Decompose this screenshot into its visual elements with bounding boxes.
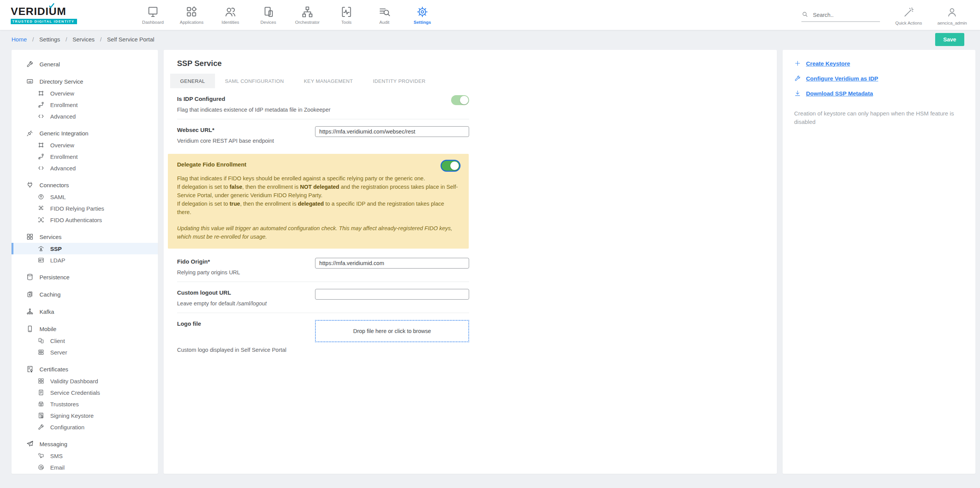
user-menu[interactable]: aencica_admin — [937, 7, 967, 25]
delegate-fido-warning-panel: Delegate Fido Enrollment Flag that indic… — [168, 154, 469, 249]
nodes-icon — [38, 142, 44, 148]
sidebar-item-ssp[interactable]: SSP — [11, 243, 158, 254]
sidebar-item-email[interactable]: Email — [11, 462, 158, 473]
nav-item-audit[interactable]: Audit — [373, 5, 396, 25]
sidebar-item-advanced[interactable]: Advanced — [11, 162, 158, 174]
sidebar-item-caching[interactable]: Caching — [11, 288, 158, 300]
wrench-icon — [26, 60, 34, 68]
nav-item-applications[interactable]: Applications — [180, 5, 204, 25]
sidebar-item-client[interactable]: Client — [11, 335, 158, 346]
nav-item-tools[interactable]: Tools — [335, 5, 358, 25]
plug-icon — [26, 181, 34, 189]
doc-lines-icon — [38, 389, 44, 396]
sidebar-item-general[interactable]: General — [11, 58, 158, 70]
sidebar-item-fido-relying-parties[interactable]: FIDO Relying Parties — [11, 203, 158, 214]
tab-general[interactable]: GENERAL — [170, 74, 215, 88]
custom-logout-url-input[interactable] — [315, 289, 469, 300]
id-card-icon — [38, 257, 44, 264]
ad-badge-icon: AD — [26, 77, 34, 85]
audit-icon — [378, 5, 391, 18]
tab-key-management[interactable]: KEY MANAGEMENT — [294, 74, 363, 88]
page-title: SSP Service — [177, 58, 777, 68]
sidebar-item-persistence[interactable]: Persistence — [11, 271, 158, 283]
at-icon — [38, 464, 44, 471]
sidebar-item-certificates[interactable]: Certificates — [11, 363, 158, 375]
sidebar-item-ldap[interactable]: LDAP — [11, 254, 158, 266]
user-icon — [946, 7, 958, 20]
sidebar-item-enrollment[interactable]: Enrollment — [11, 99, 158, 110]
nav-item-orchestrator[interactable]: Orchestrator — [295, 5, 320, 25]
tools-icon — [340, 5, 353, 18]
devices-icon — [262, 5, 275, 18]
brand-tagline: TRUSTED DIGITAL IDENTITY — [11, 19, 77, 25]
breadcrumb-row: Home / Settings / Services / Self Servic… — [0, 30, 980, 50]
breadcrumb-home[interactable]: Home — [11, 36, 27, 43]
websec-url-input[interactable] — [315, 126, 469, 137]
field-label: Is IDP Configured — [177, 95, 330, 103]
sidebar-item-overview[interactable]: Overview — [11, 139, 158, 151]
sidebar-item-directory-service[interactable]: AD Directory Service — [11, 75, 158, 87]
action-configure-veridium-as-idp[interactable]: Configure Veridium as IDP — [794, 75, 964, 82]
is-idp-configured-toggle[interactable] — [451, 95, 469, 105]
quick-actions-button[interactable]: Quick Actions — [895, 7, 922, 25]
gear-icon — [416, 5, 429, 18]
username: aencica_admin — [937, 21, 967, 25]
devices-small-icon — [38, 337, 44, 344]
delegate-fido-toggle[interactable] — [442, 161, 460, 171]
sidebar-item-services[interactable]: Services — [11, 231, 158, 243]
save-button[interactable]: Save — [935, 33, 964, 46]
delegate-line-3: If delegation is set to true, then the e… — [177, 199, 460, 216]
flow-icon — [38, 153, 44, 160]
field-logo-file: Logo file Drop file here or click to bro… — [177, 313, 469, 344]
grid-icon — [26, 233, 34, 241]
sidebar-item-sms[interactable]: SMS — [11, 450, 158, 462]
download-icon — [794, 90, 801, 97]
veridium-logo[interactable]: VERIDIUM TRUSTED DIGITAL IDENTITY — [11, 6, 99, 24]
logo-file-dropzone[interactable]: Drop file here or click to browse — [315, 320, 469, 342]
field-custom-logout-url: Custom logout URL Leave empty for defaul… — [177, 282, 469, 313]
tab-identity-provider[interactable]: IDENTITY PROVIDER — [363, 74, 435, 88]
sidebar-item-service-credentials[interactable]: Service Credentials — [11, 387, 158, 398]
sidebar-item-configuration[interactable]: Configuration — [11, 421, 158, 433]
actions-panel: Create Keystore Configure Veridium as ID… — [783, 50, 975, 474]
breadcrumb-settings[interactable]: Settings — [39, 36, 60, 43]
nodes-icon — [38, 90, 44, 97]
delegate-note: Updating this value will trigger an auto… — [177, 224, 460, 241]
sidebar-item-signing-keystore[interactable]: Signing Keystore — [11, 410, 158, 421]
sidebar-item-messaging[interactable]: Messaging — [11, 438, 158, 450]
action-links: Create Keystore Configure Veridium as ID… — [794, 60, 964, 97]
breadcrumb-services[interactable]: Services — [72, 36, 95, 43]
field-description: Relying party origins URL — [177, 269, 240, 276]
wrench-icon — [38, 424, 44, 430]
paper-plane-icon — [26, 440, 34, 448]
plug-diagonal-icon — [26, 129, 34, 137]
sidebar-item-saml[interactable]: SAML — [11, 191, 158, 203]
orchestrator-icon — [301, 5, 314, 18]
sidebar-item-server[interactable]: Server — [11, 346, 158, 358]
search-input[interactable] — [813, 12, 874, 18]
tab-saml-configuration[interactable]: SAML CONFIGURATION — [215, 74, 294, 88]
sidebar-item-overview[interactable]: Overview — [11, 87, 158, 99]
nav-item-devices[interactable]: Devices — [257, 5, 279, 25]
action-create-keystore[interactable]: Create Keystore — [794, 60, 964, 67]
topbar-right: Quick Actions aencica_admin — [801, 0, 967, 30]
action-download-ssp-metadata[interactable]: Download SSP Metadata — [794, 90, 964, 97]
nav-item-identities[interactable]: Identities — [219, 5, 241, 25]
database-icon — [26, 273, 34, 281]
ssp-service-panel: SSP Service GENERAL SAML CONFIGURATION K… — [164, 50, 777, 474]
sidebar-item-connectors[interactable]: Connectors — [11, 179, 158, 191]
apps-icon — [185, 5, 198, 18]
sidebar-item-fido-authenticators[interactable]: FIDO Authenticators — [11, 214, 158, 226]
sidebar-item-mobile[interactable]: Mobile — [11, 323, 158, 335]
nav-item-dashboard[interactable]: Dashboard — [142, 5, 164, 25]
sidebar-item-enrollment[interactable]: Enrollment — [11, 151, 158, 162]
fido-origin-input[interactable] — [315, 258, 469, 269]
sidebar-item-validity-dashboard[interactable]: Validity Dashboard — [11, 375, 158, 387]
nav-item-settings[interactable]: Settings — [411, 5, 433, 25]
sidebar-item-truststores[interactable]: Truststores — [11, 398, 158, 410]
sidebar-item-advanced[interactable]: Advanced — [11, 110, 158, 122]
sidebar-item-kafka[interactable]: Kafka — [11, 305, 158, 318]
field-description: Leave empty for default /saml/logout — [177, 300, 267, 307]
sidebar-item-generic-integration[interactable]: Generic Integration — [11, 127, 158, 139]
code-icon — [38, 113, 44, 120]
